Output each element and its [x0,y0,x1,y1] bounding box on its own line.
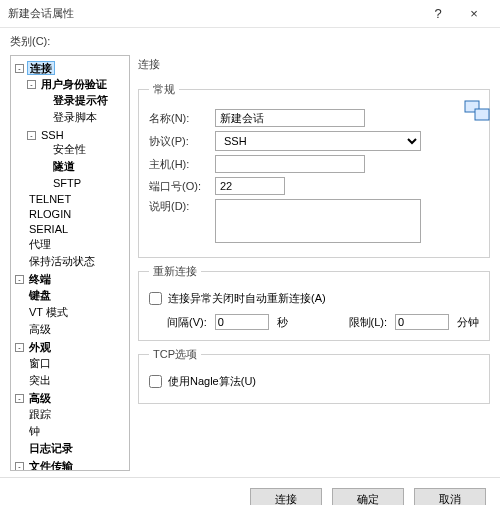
desc-label: 说明(D): [149,199,209,214]
reconnect-checkbox-label: 连接异常关闭时自动重新连接(A) [168,291,326,306]
tree-rlogin[interactable]: RLOGIN [27,208,73,220]
category-label: 类别(C): [0,28,500,51]
general-group: 常规 名称(N): 协议(P): SSH 主机(H): 端口号(O): [138,82,490,258]
nagle-checkbox-label: 使用Nagle算法(U) [168,374,256,389]
tree-advanced[interactable]: 高级 [27,323,53,335]
port-label: 端口号(O): [149,179,209,194]
tree-vtmode[interactable]: VT 模式 [27,306,70,318]
tree-filetransfer[interactable]: 文件传输 [27,460,75,471]
protocol-label: 协议(P): [149,134,209,149]
name-label: 名称(N): [149,111,209,126]
tree-sftp[interactable]: SFTP [51,177,83,189]
interval-input[interactable] [215,314,269,330]
protocol-select[interactable]: SSH [215,131,421,151]
interval-unit: 秒 [277,315,288,330]
host-input[interactable] [215,155,365,173]
interval-label: 间隔(V): [167,315,207,330]
tree-tunnel[interactable]: 隧道 [51,160,77,172]
tree-logging[interactable]: 日志记录 [27,442,75,454]
network-icon [463,99,493,125]
tree-proxy[interactable]: 代理 [27,238,53,250]
limit-label: 限制(L): [349,315,388,330]
settings-panel: 连接 常规 名称(N): 协议(P): SSH 主机(H): [138,55,490,471]
toggle-icon[interactable]: - [15,275,24,284]
general-legend: 常规 [149,82,179,97]
toggle-icon[interactable]: - [27,131,36,140]
tree-ssh[interactable]: SSH [39,129,66,141]
toggle-icon[interactable]: - [15,462,24,471]
desc-textarea[interactable] [215,199,421,243]
tcp-group: TCP选项 使用Nagle算法(U) [138,347,490,404]
tree-prompt[interactable]: 登录提示符 [51,94,110,106]
panel-title: 连接 [138,55,490,76]
dialog-buttons: 连接 确定 取消 [0,477,500,505]
tree-keepalive[interactable]: 保持活动状态 [27,255,97,267]
tree-appearance[interactable]: 外观 [27,341,53,353]
limit-input[interactable] [395,314,449,330]
nagle-checkbox[interactable] [149,375,162,388]
tree-keyboard[interactable]: 键盘 [27,289,53,301]
reconnect-checkbox[interactable] [149,292,162,305]
tree-bell[interactable]: 钟 [27,425,42,437]
svg-rect-1 [475,109,489,120]
tree-serial[interactable]: SERIAL [27,223,70,235]
tree-advanced2[interactable]: 高级 [27,392,53,404]
tree-auth[interactable]: 用户身份验证 [39,78,109,90]
tree-loginscript[interactable]: 登录脚本 [51,111,99,123]
ok-button[interactable]: 确定 [332,488,404,505]
close-button[interactable]: × [456,6,492,21]
cancel-button[interactable]: 取消 [414,488,486,505]
limit-unit: 分钟 [457,315,479,330]
titlebar: 新建会话属性 ? × [0,0,500,28]
toggle-icon[interactable]: - [15,64,24,73]
window-title: 新建会话属性 [8,6,420,21]
help-button[interactable]: ? [420,6,456,21]
tree-terminal[interactable]: 终端 [27,273,53,285]
reconnect-legend: 重新连接 [149,264,201,279]
tree-trace[interactable]: 跟踪 [27,408,53,420]
toggle-icon[interactable]: - [27,80,36,89]
connect-button[interactable]: 连接 [250,488,322,505]
tree-telnet[interactable]: TELNET [27,193,73,205]
name-input[interactable] [215,109,365,127]
toggle-icon[interactable]: - [15,394,24,403]
tree-connection[interactable]: 连接 [27,61,55,75]
tree-security[interactable]: 安全性 [51,143,88,155]
port-input[interactable] [215,177,285,195]
toggle-icon[interactable]: - [15,343,24,352]
tree-highlight[interactable]: 突出 [27,374,53,386]
host-label: 主机(H): [149,157,209,172]
reconnect-group: 重新连接 连接异常关闭时自动重新连接(A) 间隔(V): 秒 限制(L): 分钟 [138,264,490,341]
category-tree[interactable]: -连接 -用户身份验证 登录提示符 登录脚本 -SSH 安全性 隧道 SFTP [10,55,130,471]
tcp-legend: TCP选项 [149,347,201,362]
tree-window[interactable]: 窗口 [27,357,53,369]
